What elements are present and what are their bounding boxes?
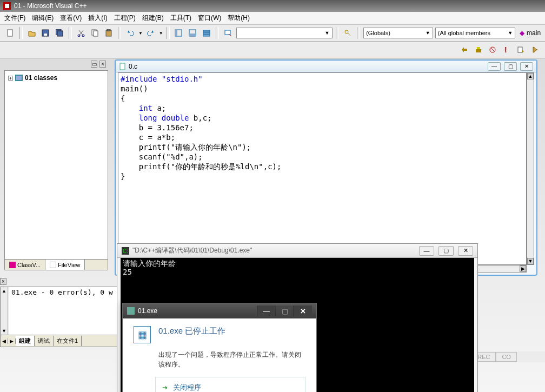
crash-heading: 01.exe 已停止工作 — [158, 326, 225, 336]
function-combo[interactable]: ◆ main — [520, 29, 541, 37]
menu-window[interactable]: 窗口(W) — [198, 14, 221, 23]
window-list-button[interactable] — [201, 27, 212, 39]
tree-root-row[interactable]: + 01 classes — [8, 74, 104, 82]
toolbar-sep — [216, 27, 219, 39]
console-close-button[interactable]: ✕ — [458, 246, 473, 256]
toolbar-sep — [167, 27, 170, 39]
output-text[interactable]: 01.exe - 0 error(s), 0 w — [9, 287, 123, 335]
scope-combo-text: (Globals) — [366, 30, 390, 36]
svg-rect-28 — [16, 76, 22, 80]
svg-rect-30 — [50, 262, 56, 268]
output-tab-findinfiles[interactable]: 在文件1 — [54, 336, 82, 346]
fileview-icon — [50, 262, 56, 268]
output-panel: ▲▼ 01.exe - 0 error(s), 0 w ◀ ▶ 组建 调试 在文… — [0, 287, 123, 347]
find-combo[interactable]: ▼ — [236, 28, 333, 38]
output-button[interactable] — [187, 27, 198, 39]
output-tab-next[interactable]: ▶ — [8, 338, 16, 344]
menu-help[interactable]: 帮助(H) — [228, 14, 250, 23]
cut-button[interactable] — [75, 27, 87, 39]
menu-project[interactable]: 工程(P) — [114, 14, 136, 23]
svg-rect-10 — [94, 31, 98, 36]
svg-rect-4 — [44, 34, 47, 36]
code-editor[interactable]: #include "stdio.h" main() { int a; long … — [118, 72, 527, 265]
left-panel-dock-button[interactable]: ▭ — [91, 61, 97, 68]
open-file-button[interactable] — [26, 27, 38, 39]
class-tree[interactable]: + 01 classes — [5, 71, 108, 85]
menu-insert[interactable]: 插入(I) — [88, 14, 107, 23]
crash-minimize-button[interactable]: — — [257, 305, 275, 316]
find-in-files-button[interactable] — [342, 27, 354, 39]
crash-maximize-button[interactable]: ▢ — [275, 305, 294, 316]
code-close-button[interactable]: ✕ — [520, 62, 533, 71]
crash-close-button[interactable]: ✕ — [294, 305, 312, 316]
crash-description: 出现了一个问题，导致程序停止正常工作。请关闭该程序。 — [158, 350, 305, 369]
copy-button[interactable] — [89, 27, 101, 39]
app-title: 01 - Microsoft Visual C++ — [14, 2, 87, 10]
app-titlebar: 01 - Microsoft Visual C++ — [0, 0, 545, 12]
code-titlebar[interactable]: 0.c — ▢ ✕ — [116, 61, 536, 72]
classview-icon — [9, 262, 16, 268]
output-tab-debug[interactable]: 调试 — [35, 336, 54, 346]
svg-rect-1 — [5, 4, 9, 8]
new-file-button[interactable] — [4, 27, 16, 39]
tree-root-label: 01 classes — [25, 74, 57, 82]
toolbar-sep — [19, 27, 23, 39]
scope-combo[interactable]: (Globals) ▼ — [363, 28, 433, 38]
scroll-up-icon[interactable]: ▲ — [527, 73, 534, 79]
find-button[interactable] — [222, 27, 234, 39]
toolbar-sep — [357, 27, 360, 39]
crash-window-buttons: — ▢ ✕ — [257, 305, 312, 316]
svg-rect-2 — [8, 30, 12, 36]
menu-edit[interactable]: 编辑(E) — [32, 14, 54, 23]
output-vscroll[interactable]: ▲▼ — [1, 287, 8, 335]
tab-fileview[interactable]: FileView — [45, 260, 85, 270]
svg-text:C:: C: — [123, 248, 128, 254]
left-panel-close-button[interactable]: × — [99, 61, 106, 68]
workspace-button[interactable] — [173, 27, 185, 39]
chevron-down-icon: ▼ — [325, 30, 330, 36]
scroll-down-icon[interactable]: ▼ — [527, 258, 534, 264]
crash-app-icon — [127, 307, 135, 315]
toolbar-main: ▼ ▼ ▼ (Globals) ▼ (All global members ▼ … — [0, 25, 545, 42]
crash-dialog: 01.exe — ▢ ✕ ▦ 01.exe 已停止工作 出现了一个问题，导致程序… — [122, 303, 317, 392]
console-titlebar[interactable]: C: "D:\C++编译器\代码\01\01\Debug\01.exe" — ▢… — [117, 244, 477, 258]
menu-file[interactable]: 文件(F) — [4, 14, 25, 23]
scroll-right-icon[interactable]: ▶ — [520, 265, 526, 272]
menu-tools[interactable]: 工具(T) — [170, 14, 191, 23]
console-title: "D:\C++编译器\代码\01\01\Debug\01.exe" — [132, 246, 252, 255]
undo-button[interactable] — [124, 27, 136, 39]
save-button[interactable] — [39, 27, 51, 39]
crash-close-label: 关闭程序 — [173, 383, 201, 392]
crash-titlebar[interactable]: 01.exe — ▢ ✕ — [123, 303, 316, 318]
redo-button[interactable] — [145, 27, 157, 39]
crash-close-program[interactable]: ➔ 关闭程序 — [155, 377, 305, 392]
folder-icon — [15, 75, 23, 81]
code-minimize-button[interactable]: — — [488, 62, 501, 71]
svg-rect-6 — [57, 31, 63, 36]
console-window-buttons: — ▢ ✕ — [419, 246, 473, 256]
output-tab-prev[interactable]: ◀ — [1, 338, 8, 344]
tab-classview[interactable]: ClassV... — [5, 260, 45, 270]
output-tab-build[interactable]: 组建 — [16, 336, 35, 346]
svg-rect-11 — [106, 30, 111, 36]
code-vscrollbar[interactable]: ▲ ▼ — [527, 72, 534, 265]
undo-dropdown[interactable]: ▼ — [138, 31, 143, 36]
tree-expand-icon[interactable]: + — [8, 76, 13, 81]
code-maximize-button[interactable]: ▢ — [504, 62, 517, 71]
crash-title: 01.exe — [138, 307, 157, 315]
chevron-down-icon: ▼ — [508, 30, 513, 36]
save-all-button[interactable] — [54, 27, 65, 39]
console-icon: C: — [122, 247, 129, 255]
app-icon — [3, 2, 11, 10]
output-panel-close-button[interactable]: × — [0, 278, 6, 285]
redo-dropdown[interactable]: ▼ — [159, 31, 163, 36]
members-combo[interactable]: (All global members ▼ — [435, 28, 515, 38]
paste-button[interactable] — [103, 27, 115, 39]
svg-rect-29 — [9, 262, 16, 268]
toolbar-sep — [69, 27, 72, 39]
console-minimize-button[interactable]: — — [419, 246, 434, 256]
menu-bar: 文件(F) 编辑(E) 查看(V) 插入(I) 工程(P) 组建(B) 工具(T… — [0, 12, 545, 25]
menu-view[interactable]: 查看(V) — [60, 14, 82, 23]
console-maximize-button[interactable]: ▢ — [438, 246, 454, 256]
menu-build[interactable]: 组建(B) — [142, 14, 164, 23]
